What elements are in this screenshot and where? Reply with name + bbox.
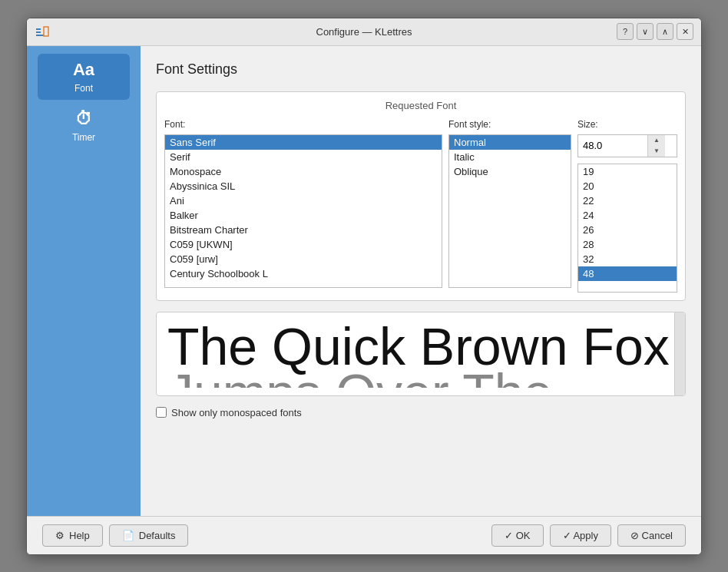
- sidebar-timer-label: Timer: [72, 132, 95, 143]
- font-icon: Aa: [73, 60, 94, 80]
- font-col-label: Font:: [164, 119, 442, 130]
- monospace-checkbox[interactable]: [156, 407, 167, 418]
- requested-font-section: Requested Font Font: Sans SerifSerifMono…: [156, 91, 686, 301]
- requested-font-label: Requested Font: [164, 100, 677, 111]
- apply-button[interactable]: ✓ Apply: [550, 524, 611, 547]
- help-btn-icon: ⚙: [55, 530, 65, 541]
- svg-rect-1: [36, 31, 41, 33]
- preview-scrollbar[interactable]: [674, 312, 685, 395]
- defaults-button[interactable]: 📄 Defaults: [109, 524, 189, 547]
- ok-button[interactable]: ✓ OK: [491, 524, 543, 547]
- font-list-item[interactable]: Ani: [165, 193, 442, 208]
- monospace-checkbox-row: Show only monospaced fonts: [156, 407, 686, 418]
- font-list-item[interactable]: Sans Serif: [165, 135, 442, 150]
- size-list-item[interactable]: 48: [578, 266, 677, 281]
- font-list-container[interactable]: Sans SerifSerifMonospaceAbyssinica SILAn…: [164, 134, 442, 288]
- cancel-button[interactable]: ⊘ Cancel: [617, 524, 686, 547]
- font-list-item[interactable]: C059 [urw]: [165, 252, 442, 266]
- style-list-container[interactable]: NormalItalicOblique: [448, 134, 571, 288]
- sidebar-item-font[interactable]: Aa Font: [38, 54, 130, 100]
- font-list-item[interactable]: Abyssinica SIL: [165, 179, 442, 193]
- style-col-label: Font style:: [448, 119, 571, 130]
- preview-text-line1: The Quick Brown Fox: [167, 320, 674, 372]
- size-input[interactable]: [578, 137, 647, 154]
- close-btn[interactable]: ✕: [677, 23, 693, 40]
- style-column: Font style: NormalItalicOblique: [448, 119, 571, 293]
- style-list: NormalItalicOblique: [449, 135, 571, 179]
- minimize-btn[interactable]: ∨: [637, 23, 654, 40]
- sidebar-font-label: Font: [74, 83, 93, 94]
- settings-panel: Font Settings Requested Font Font: Sans …: [141, 46, 701, 516]
- svg-rect-0: [36, 28, 41, 30]
- preview-text-line2: Jumps Over The...: [167, 366, 674, 388]
- sidebar: Aa Font ⏱ Timer: [27, 46, 141, 516]
- font-selectors: Font: Sans SerifSerifMonospaceAbyssinica…: [164, 119, 677, 293]
- help-window-btn[interactable]: ?: [617, 23, 634, 40]
- size-list: 1920222426283248: [578, 164, 677, 281]
- size-down-btn[interactable]: ▼: [648, 146, 665, 157]
- monospace-label[interactable]: Show only monospaced fonts: [171, 407, 302, 418]
- size-col-label: Size:: [577, 119, 677, 130]
- font-column: Font: Sans SerifSerifMonospaceAbyssinica…: [164, 119, 442, 293]
- size-list-container[interactable]: 1920222426283248: [577, 164, 677, 293]
- help-button[interactable]: ⚙ Help: [42, 524, 103, 547]
- font-list-item[interactable]: Century Schoolbook L: [165, 266, 442, 281]
- size-list-item[interactable]: 32: [578, 252, 677, 266]
- timer-icon: ⏱: [75, 109, 92, 129]
- font-list-item[interactable]: Bitstream Charter: [165, 223, 442, 237]
- font-list-item[interactable]: Serif: [165, 150, 442, 164]
- button-bar: ⚙ Help 📄 Defaults ✓ OK ✓ Apply ⊘ Cancel: [27, 516, 701, 554]
- app-icon: [35, 24, 50, 39]
- maximize-btn[interactable]: ∧: [657, 23, 673, 40]
- sidebar-item-timer[interactable]: ⏱ Timer: [38, 103, 130, 149]
- style-list-item[interactable]: Italic: [449, 150, 571, 164]
- svg-rect-2: [36, 35, 44, 36]
- size-list-item[interactable]: 22: [578, 193, 677, 208]
- main-window: Configure — KLettres ? ∨ ∧ ✕ Aa Font ⏱ T…: [26, 18, 702, 555]
- size-column: Size: ▲ ▼ 1920222426283248: [577, 119, 677, 293]
- size-spinners: ▲ ▼: [647, 135, 665, 157]
- size-list-item[interactable]: 19: [578, 164, 677, 179]
- font-list-item[interactable]: C059 [UKWN]: [165, 237, 442, 252]
- style-list-item[interactable]: Normal: [449, 135, 571, 150]
- page-title: Font Settings: [156, 61, 686, 78]
- title-bar: Configure — KLettres ? ∨ ∧ ✕: [27, 18, 701, 46]
- size-list-item[interactable]: 20: [578, 179, 677, 193]
- window-title: Configure — KLettres: [316, 26, 412, 38]
- font-list: Sans SerifSerifMonospaceAbyssinica SILAn…: [165, 135, 442, 281]
- size-list-item[interactable]: 26: [578, 223, 677, 237]
- defaults-btn-icon: 📄: [122, 530, 134, 541]
- font-list-item[interactable]: Balker: [165, 208, 442, 223]
- size-list-item[interactable]: 28: [578, 237, 677, 252]
- size-input-container: ▲ ▼: [577, 134, 677, 157]
- preview-box: The Quick Brown Fox Jumps Over The...: [156, 312, 686, 396]
- window-controls: ? ∨ ∧ ✕: [617, 23, 693, 40]
- main-content: Aa Font ⏱ Timer Font Settings Requested …: [27, 46, 701, 516]
- style-list-item[interactable]: Oblique: [449, 164, 571, 179]
- font-list-item[interactable]: Monospace: [165, 164, 442, 179]
- svg-marker-3: [44, 27, 48, 36]
- size-list-item[interactable]: 24: [578, 208, 677, 223]
- size-up-btn[interactable]: ▲: [648, 135, 665, 146]
